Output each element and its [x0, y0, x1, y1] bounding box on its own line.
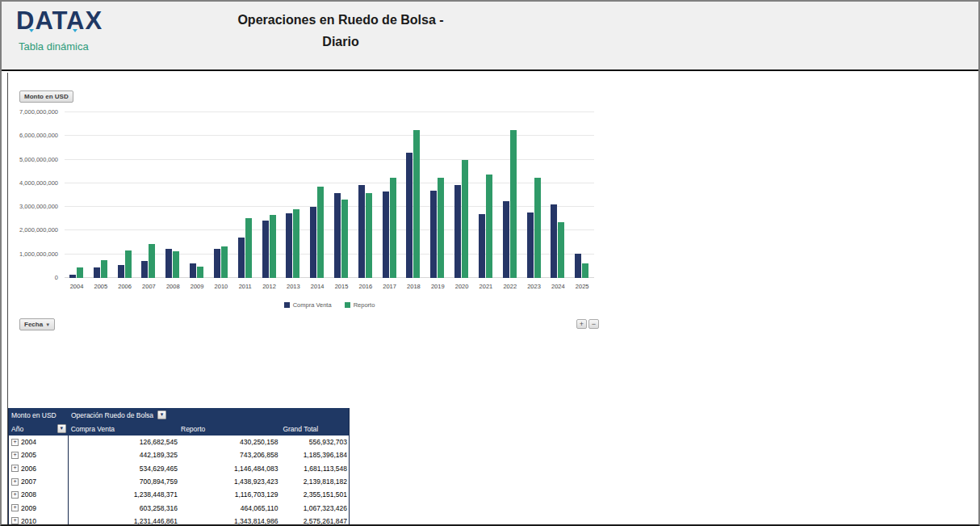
table-row-2010: +20101,231,446,8611,343,814,9862,575,261… — [9, 515, 349, 526]
pivot-column-field-label: Operación Ruedo de Bolsa — [71, 411, 153, 419]
expand-year-button[interactable]: + — [11, 491, 19, 499]
chart-value-field-label: Monto en USD — [24, 93, 69, 100]
pivot-header-row-fields: Monto en USD Operación Ruedo de Bolsa ▼ — [9, 408, 349, 422]
table-row-2005: +2005442,189,325743,206,8581,185,396,184 — [9, 448, 349, 461]
grand-total-value: 1,067,323,426 — [281, 504, 349, 512]
expand-year-button[interactable]: + — [11, 465, 19, 472]
y-axis-label: 3,000,000,000 — [2, 203, 58, 210]
chart-value-field-button[interactable]: Monto en USD — [19, 90, 73, 103]
bar-reporto-2018 — [413, 130, 420, 278]
column-header-compra-venta: Compra Venta — [69, 425, 181, 433]
bar-reporto-2015 — [341, 200, 348, 278]
year-label: 2009 — [21, 504, 36, 512]
row-filter-button[interactable]: ▼ — [57, 424, 66, 433]
x-axis-label: 2023 — [522, 283, 547, 290]
bar-reporto-2022 — [510, 130, 517, 278]
bar-reporto-2024 — [558, 222, 564, 278]
compra-venta-value: 534,629,465 — [69, 465, 181, 473]
logo-tagline: Tabla dinámica — [19, 40, 89, 53]
bar-reporto-2011 — [245, 218, 252, 278]
y-axis-label: 0 — [2, 274, 58, 281]
grand-total-value: 2,355,151,501 — [281, 490, 349, 499]
x-axis-label: 2010 — [209, 283, 233, 290]
x-axis-label: 2021 — [474, 283, 498, 290]
bar-reporto-2021 — [486, 175, 492, 278]
chart-axis-field-button[interactable]: Fecha ▼ — [19, 318, 55, 330]
reporto-value: 1,343,814,986 — [181, 517, 281, 525]
bar-reporto-2010 — [221, 246, 228, 278]
bar-reporto-2020 — [462, 160, 468, 278]
x-axis-label: 2008 — [161, 283, 185, 290]
x-axis-label: 2020 — [450, 283, 474, 290]
bar-reporto-2019 — [438, 178, 444, 278]
x-axis-label: 2005 — [89, 283, 113, 290]
bar-reporto-2008 — [173, 251, 179, 278]
bar-compra-venta-2011 — [238, 238, 245, 278]
pivot-table-body: +2004126,682,545430,250,158556,932,703+2… — [9, 436, 349, 526]
x-axis-label: 2015 — [329, 283, 354, 290]
bar-reporto-2014 — [317, 187, 324, 278]
pivot-column-field-cell: Operación Ruedo de Bolsa ▼ — [69, 410, 349, 419]
bar-compra-venta-2019 — [430, 191, 437, 278]
year-label: 2007 — [21, 478, 36, 486]
bar-compra-venta-2008 — [165, 249, 172, 278]
pivot-table: Monto en USD Operación Ruedo de Bolsa ▼ … — [8, 408, 350, 526]
reporto-value: 430,250,158 — [181, 438, 281, 446]
bar-compra-venta-2024 — [551, 204, 557, 278]
x-axis-label: 2025 — [570, 283, 594, 290]
x-axis-label: 2022 — [498, 283, 522, 290]
bar-reporto-2017 — [390, 178, 396, 278]
x-axis-label: 2016 — [354, 283, 378, 290]
compra-venta-value: 1,231,446,861 — [69, 517, 181, 525]
pivot-header-row-columns: Año ▼ Compra Venta Reporto Grand Total — [9, 422, 349, 436]
expand-year-button[interactable]: + — [11, 452, 19, 459]
x-axis-label: 2009 — [185, 283, 209, 290]
y-axis-label: 6,000,000,000 — [2, 132, 58, 139]
table-row-2007: +2007700,894,7591,438,923,4232,139,818,1… — [9, 475, 349, 488]
legend-label: Compra Venta — [293, 301, 332, 309]
compra-venta-value: 442,189,325 — [69, 451, 181, 459]
expand-year-button[interactable]: + — [11, 439, 19, 446]
year-label: 2005 — [21, 451, 36, 459]
bar-compra-venta-2017 — [383, 191, 389, 278]
bar-compra-venta-2025 — [575, 254, 581, 278]
chart-plot-area — [65, 112, 594, 278]
y-axis-label: 5,000,000,000 — [2, 156, 58, 163]
year-label: 2006 — [21, 465, 36, 473]
logo-accent-icon — [29, 29, 34, 32]
chart-collapse-field-button[interactable]: − — [588, 319, 599, 329]
expand-year-button[interactable]: + — [11, 478, 19, 486]
bar-reporto-2023 — [534, 178, 541, 278]
logo-accent-icon — [73, 29, 77, 32]
bar-reporto-2016 — [366, 193, 372, 278]
bar-compra-venta-2020 — [454, 185, 461, 278]
bar-compra-venta-2009 — [190, 263, 196, 278]
reporto-value: 1,438,923,423 — [181, 478, 281, 486]
bar-compra-venta-2007 — [141, 261, 148, 278]
bar-compra-venta-2015 — [334, 193, 341, 278]
bar-compra-venta-2014 — [310, 207, 316, 278]
bar-reporto-2009 — [197, 267, 203, 278]
bar-reporto-2013 — [293, 209, 299, 278]
expand-year-button[interactable]: + — [11, 517, 19, 524]
legend-swatch-icon — [284, 302, 290, 308]
x-axis-label: 2019 — [425, 283, 450, 290]
year-label: 2004 — [21, 438, 36, 446]
filter-dropdown-icon: ▼ — [59, 426, 64, 431]
grand-total-value: 2,575,261,847 — [281, 517, 349, 525]
bar-reporto-2005 — [101, 260, 107, 278]
page-header: DATAX Tabla dinámica Operaciones en Rued… — [2, 2, 978, 71]
x-axis-label: 2012 — [258, 283, 282, 290]
compra-venta-value: 603,258,316 — [69, 504, 181, 512]
bar-compra-venta-2016 — [358, 185, 365, 278]
bar-compra-venta-2005 — [94, 267, 100, 278]
chart-expand-field-button[interactable]: + — [576, 319, 587, 329]
reporto-value: 464,065,110 — [181, 504, 281, 512]
legend-item-compra-venta: Compra Venta — [284, 301, 332, 309]
page-title: Operaciones en Ruedo de Bolsa - Diario — [179, 9, 502, 53]
table-row-2004: +2004126,682,545430,250,158556,932,703 — [9, 436, 349, 448]
expand-year-button[interactable]: + — [11, 504, 19, 511]
x-axis-label: 2024 — [546, 283, 570, 290]
bar-reporto-2007 — [149, 244, 155, 278]
column-filter-button[interactable]: ▼ — [157, 410, 166, 419]
